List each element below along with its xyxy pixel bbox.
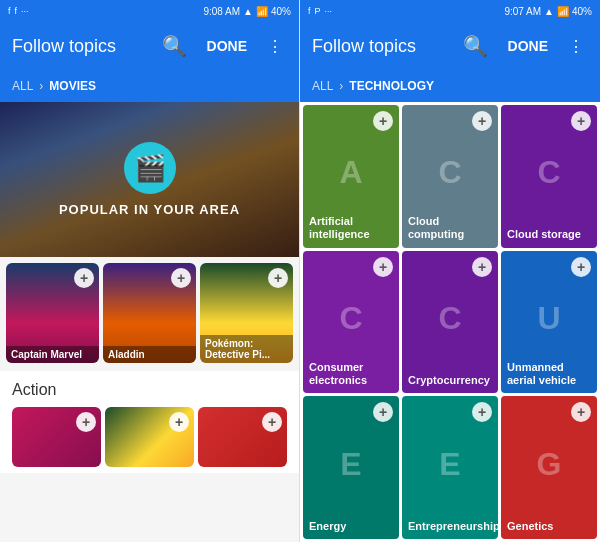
topic-letter-4: C (438, 300, 461, 337)
movie-card-captain[interactable]: Captain Marvel + (6, 263, 99, 363)
right-app-bar: Follow topics 🔍 DONE ⋮ (300, 22, 600, 70)
topic-add-btn-1[interactable]: + (472, 111, 492, 131)
left-time: 9:08 AM (203, 6, 240, 17)
topic-add-btn-5[interactable]: + (571, 257, 591, 277)
topic-card-7[interactable]: EEntrepreneurship+ (402, 396, 498, 539)
topic-name-7: Entrepreneurship (408, 520, 492, 533)
right-breadcrumb-all[interactable]: ALL (312, 79, 333, 93)
right-status-right: 9:07 AM ▲ 📶 40% (504, 6, 592, 17)
topic-card-0[interactable]: AArtificial intelligence+ (303, 105, 399, 248)
left-breadcrumb-current: MOVIES (49, 79, 96, 93)
left-title: Follow topics (12, 36, 150, 57)
movie-add-aladdin[interactable]: + (171, 268, 191, 288)
movie-add-captain[interactable]: + (74, 268, 94, 288)
topic-letter-2: C (537, 154, 560, 191)
movie-title-captain: Captain Marvel (6, 346, 99, 363)
right-breadcrumb: ALL › TECHNOLOGY (300, 70, 600, 102)
topic-card-6[interactable]: EEnergy+ (303, 396, 399, 539)
left-breadcrumb-all[interactable]: ALL (12, 79, 33, 93)
topic-add-btn-2[interactable]: + (571, 111, 591, 131)
right-title: Follow topics (312, 36, 451, 57)
topic-name-6: Energy (309, 520, 393, 533)
topic-card-8[interactable]: GGenetics+ (501, 396, 597, 539)
topic-card-5[interactable]: UUnmanned aerial vehicle+ (501, 251, 597, 394)
topic-add-btn-8[interactable]: + (571, 402, 591, 422)
action-add-3[interactable]: + (262, 412, 282, 432)
topic-name-8: Genetics (507, 520, 591, 533)
action-add-2[interactable]: + (169, 412, 189, 432)
left-done-button[interactable]: DONE (199, 34, 255, 58)
topic-letter-3: C (339, 300, 362, 337)
topics-grid: AArtificial intelligence+CCloud computin… (300, 102, 600, 542)
fb-icon: f (8, 6, 11, 16)
topic-name-0: Artificial intelligence (309, 215, 393, 241)
right-battery: 40% (572, 6, 592, 17)
movie-add-pikachu[interactable]: + (268, 268, 288, 288)
right-search-icon[interactable]: 🔍 (459, 30, 492, 62)
left-breadcrumb-sep: › (39, 79, 43, 93)
topic-letter-7: E (439, 445, 460, 482)
hero-label: POPULAR IN YOUR AREA (59, 202, 240, 217)
topic-add-btn-6[interactable]: + (373, 402, 393, 422)
hero-icon: 🎬 (124, 142, 176, 194)
right-breadcrumb-sep: › (339, 79, 343, 93)
action-card-2[interactable]: + (105, 407, 194, 467)
topic-add-btn-0[interactable]: + (373, 111, 393, 131)
action-card-1[interactable]: + (12, 407, 101, 467)
left-panel: f f ··· 9:08 AM ▲ 📶 40% Follow topics 🔍 … (0, 0, 300, 542)
topic-name-1: Cloud computing (408, 215, 492, 241)
left-status-right: 9:08 AM ▲ 📶 40% (203, 6, 291, 17)
more-icon: ··· (21, 6, 29, 16)
right-breadcrumb-current: TECHNOLOGY (349, 79, 434, 93)
left-search-icon[interactable]: 🔍 (158, 30, 191, 62)
movies-grid: Captain Marvel + Aladdin + Pokémon: Dete… (0, 257, 299, 363)
action-section: Action + + + (0, 371, 299, 473)
movie-card-pikachu[interactable]: Pokémon: Detective Pi... + (200, 263, 293, 363)
right-more-icon[interactable]: ⋮ (564, 33, 588, 60)
right-status-icons: f P ··· (308, 6, 332, 16)
left-app-bar: Follow topics 🔍 DONE ⋮ (0, 22, 299, 70)
left-content: 🎬 POPULAR IN YOUR AREA Captain Marvel + … (0, 102, 299, 542)
topic-card-2[interactable]: CCloud storage+ (501, 105, 597, 248)
left-more-icon[interactable]: ⋮ (263, 33, 287, 60)
right-signal-icon: 📶 (557, 6, 569, 17)
topic-name-5: Unmanned aerial vehicle (507, 361, 591, 387)
right-done-button[interactable]: DONE (500, 34, 556, 58)
left-status-bar: f f ··· 9:08 AM ▲ 📶 40% (0, 0, 299, 22)
topic-card-1[interactable]: CCloud computing+ (402, 105, 498, 248)
topic-letter-6: E (340, 445, 361, 482)
topic-name-4: Cryptocurrency (408, 374, 492, 387)
movie-title-aladdin: Aladdin (103, 346, 196, 363)
signal-icon: 📶 (256, 6, 268, 17)
action-grid: + + + (12, 407, 287, 467)
action-card-3[interactable]: + (198, 407, 287, 467)
right-more-icon: ··· (325, 6, 333, 16)
left-breadcrumb: ALL › MOVIES (0, 70, 299, 102)
topic-letter-8: G (537, 445, 562, 482)
action-add-1[interactable]: + (76, 412, 96, 432)
right-p-icon: P (315, 6, 321, 16)
hero-section: 🎬 POPULAR IN YOUR AREA (0, 102, 299, 257)
topic-add-btn-3[interactable]: + (373, 257, 393, 277)
wifi-icon: ▲ (243, 6, 253, 17)
topic-letter-1: C (438, 154, 461, 191)
topic-card-3[interactable]: CConsumer electronics+ (303, 251, 399, 394)
topic-add-btn-4[interactable]: + (472, 257, 492, 277)
topic-name-2: Cloud storage (507, 228, 591, 241)
right-panel: f P ··· 9:07 AM ▲ 📶 40% Follow topics 🔍 … (300, 0, 600, 542)
left-status-icons: f f ··· (8, 6, 29, 16)
action-title: Action (12, 381, 287, 399)
right-fb-icon: f (308, 6, 311, 16)
movie-title-pikachu: Pokémon: Detective Pi... (200, 335, 293, 363)
topic-letter-5: U (537, 300, 560, 337)
right-time: 9:07 AM (504, 6, 541, 17)
fb2-icon: f (15, 6, 18, 16)
battery-left: 40% (271, 6, 291, 17)
topic-letter-0: A (339, 154, 362, 191)
topic-card-4[interactable]: CCryptocurrency+ (402, 251, 498, 394)
film-icon: 🎬 (134, 153, 166, 184)
movie-card-aladdin[interactable]: Aladdin + (103, 263, 196, 363)
topic-name-3: Consumer electronics (309, 361, 393, 387)
right-wifi-icon: ▲ (544, 6, 554, 17)
topic-add-btn-7[interactable]: + (472, 402, 492, 422)
